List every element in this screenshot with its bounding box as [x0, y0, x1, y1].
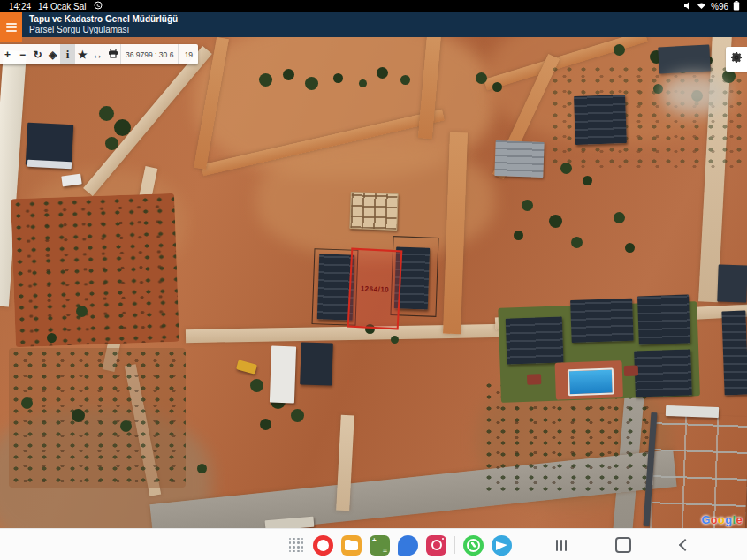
greenhouse [650, 413, 747, 528]
pergola [624, 365, 638, 376]
orchard-field [11, 193, 179, 347]
battery-icon [733, 1, 740, 12]
refresh-button[interactable]: ↻ [30, 44, 45, 64]
excavator [236, 359, 257, 374]
status-date: 14 Ocak Sal [38, 2, 86, 11]
back-icon [679, 539, 691, 551]
swimming-pool [568, 367, 614, 396]
recents-icon [556, 540, 567, 551]
opera-icon[interactable] [313, 535, 333, 556]
camera-app-icon[interactable] [426, 535, 446, 556]
zoom-level-display: 19 [178, 44, 198, 64]
app-header: Tapu ve Kadastro Genel Müdürlüğü Parsel … [0, 12, 747, 37]
pergola [527, 374, 541, 385]
menu-button[interactable] [0, 12, 22, 42]
building [494, 140, 544, 178]
dock-divider [454, 536, 455, 554]
whatsapp-notification-icon [94, 1, 103, 11]
apartment-building [570, 299, 634, 343]
selected-parcel-highlight[interactable]: 1264/10 [347, 248, 403, 330]
my-files-icon[interactable] [341, 535, 362, 556]
dock-bar [0, 528, 747, 560]
settings-button[interactable] [726, 47, 747, 72]
building-white [270, 346, 296, 404]
app-subtitle: Parsel Sorgu Uygulaması [29, 25, 178, 35]
apartment-building [506, 316, 564, 364]
recents-button[interactable] [548, 534, 575, 556]
app-drawer-button[interactable] [287, 536, 305, 554]
greenhouse-roof [666, 405, 719, 418]
building [574, 95, 627, 145]
coordinate-display: 36.9799 : 30.6 [120, 44, 178, 64]
whatsapp-icon[interactable] [463, 535, 484, 556]
back-button[interactable] [672, 534, 698, 556]
status-bar: 14:24 14 Ocak Sal %96 [0, 0, 747, 12]
zoom-in-button[interactable]: + [0, 44, 15, 64]
scrub-field [9, 348, 186, 488]
building-scaffold [27, 160, 72, 170]
info-button[interactable]: i [60, 44, 75, 64]
building [658, 45, 710, 74]
app-title: Tapu ve Kadastro Genel Müdürlüğü [29, 14, 178, 25]
wifi-icon [697, 2, 706, 11]
apartment-building [634, 349, 692, 397]
printer-icon [108, 49, 118, 61]
battery-percent: %96 [711, 2, 728, 11]
hamburger-menu-icon [6, 21, 17, 34]
locate-button[interactable]: ◈ [45, 44, 60, 64]
construction-rubble [661, 74, 728, 114]
zoom-out-button[interactable]: − [15, 44, 30, 64]
gear-icon [730, 51, 743, 67]
map-toolbar: + − ↻ ◈ i ★ ↔ 36.9799 : 30.6 19 [0, 44, 198, 64]
building [721, 311, 747, 396]
print-button[interactable] [105, 44, 120, 64]
building [717, 264, 747, 302]
favorites-button[interactable]: ★ [75, 44, 90, 64]
building-foundation [349, 192, 398, 231]
apartment-complex [498, 294, 700, 403]
home-button[interactable] [610, 534, 636, 556]
building [300, 342, 333, 385]
home-icon [615, 537, 631, 553]
apartment-building [637, 294, 690, 344]
status-time: 14:24 [9, 2, 31, 11]
measure-button[interactable]: ↔ [90, 44, 105, 64]
messages-icon[interactable] [398, 535, 418, 556]
google-logo: Google [701, 513, 743, 526]
volume-icon [683, 2, 692, 11]
editor-app-icon[interactable] [370, 535, 390, 556]
parcel-label: 1264/10 [361, 284, 390, 294]
satellite-map[interactable]: 1264/10 + − ↻ ◈ i ★ ↔ 36.9799 : 30.6 19 … [0, 37, 747, 528]
telegram-icon[interactable] [492, 535, 512, 556]
